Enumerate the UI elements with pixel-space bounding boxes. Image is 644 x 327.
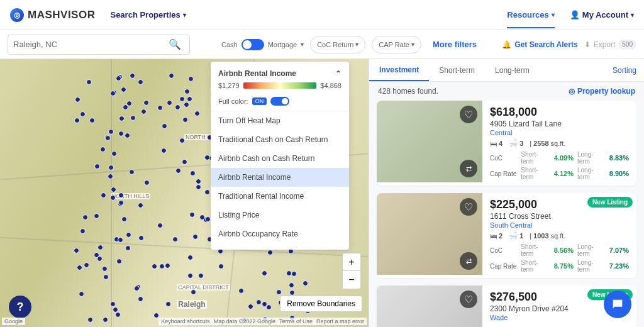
map-marker[interactable] [118, 192, 124, 198]
cap-rate-filter[interactable]: CAP Rate▾ [372, 36, 421, 53]
map-marker[interactable] [87, 317, 93, 323]
map-marker[interactable] [161, 148, 167, 153]
nav-resources[interactable]: Resources ▾ [507, 10, 554, 28]
map-marker[interactable] [82, 214, 88, 220]
map-marker[interactable] [94, 252, 99, 258]
map-marker[interactable] [184, 89, 190, 94]
map-marker[interactable] [113, 307, 118, 313]
map-marker[interactable] [79, 291, 84, 297]
map-marker[interactable] [100, 147, 106, 152]
terms-link[interactable]: Terms of Use [279, 318, 313, 324]
map-marker[interactable] [196, 184, 201, 190]
map-marker[interactable] [187, 273, 193, 279]
nav-my-account[interactable]: 👤 My Account ▾ [570, 10, 634, 19]
map-marker[interactable] [267, 250, 273, 255]
map-marker[interactable] [86, 79, 92, 85]
keyboard-shortcuts[interactable]: Keyboard shortcuts [161, 318, 210, 324]
map-marker[interactable] [152, 263, 157, 269]
get-search-alerts[interactable]: 🔔 Get Search Alerts [502, 40, 577, 49]
favorite-button[interactable]: ♡ [460, 198, 477, 216]
map-marker[interactable] [103, 274, 109, 280]
map-marker[interactable] [118, 200, 124, 206]
favorite-button[interactable]: ♡ [460, 106, 477, 123]
more-filters-link[interactable]: More filters [433, 40, 477, 49]
property-lookup-link[interactable]: ◎ Property lookup [569, 87, 635, 96]
map-marker[interactable] [196, 179, 201, 184]
map-marker[interactable] [105, 135, 111, 141]
map-marker[interactable] [218, 263, 224, 269]
compare-button[interactable]: ⇄ [460, 160, 477, 177]
map-marker[interactable] [138, 79, 143, 85]
sorting-link[interactable]: Sorting [605, 66, 644, 75]
chat-button[interactable] [604, 291, 631, 318]
map-marker[interactable] [121, 216, 127, 222]
property-neighborhood[interactable]: South Central [490, 221, 629, 229]
map-marker[interactable] [94, 213, 99, 219]
map-marker[interactable] [286, 270, 292, 276]
tab-short-term[interactable]: Short-term [429, 59, 485, 81]
map-marker[interactable] [126, 232, 131, 238]
nav-search-properties[interactable]: Search Properties ▾ [110, 10, 186, 19]
heatmap-option[interactable]: Turn Off Heat Map [211, 111, 349, 130]
chevron-up-icon[interactable]: ⌃ [335, 69, 341, 78]
map-marker[interactable] [126, 101, 132, 106]
brand-logo[interactable]: ◎ MASHVISOR [10, 8, 95, 22]
search-input[interactable] [13, 40, 165, 49]
map-marker[interactable] [189, 212, 195, 218]
map-marker[interactable] [110, 195, 116, 201]
map-marker[interactable] [159, 263, 165, 269]
map-marker[interactable] [80, 228, 86, 234]
map-marker[interactable] [198, 273, 204, 279]
map-marker[interactable] [179, 96, 185, 102]
map-marker[interactable] [111, 187, 116, 192]
tab-investment[interactable]: Investment [369, 59, 429, 81]
map-marker[interactable] [167, 100, 172, 106]
map-marker[interactable] [190, 170, 196, 176]
location-search[interactable]: 🔍 [8, 35, 190, 55]
map-marker[interactable] [129, 169, 135, 175]
map-marker[interactable] [141, 109, 147, 114]
toggle-switch[interactable] [242, 39, 264, 50]
report-error-link[interactable]: Report a map error [316, 318, 364, 324]
tab-long-term[interactable]: Long-term [485, 59, 540, 81]
heatmap-option[interactable]: Traditional Cash on Cash Return [211, 130, 349, 149]
property-card[interactable]: ♡ ⇄ New Listing $225,000 1611 Cross Stre… [377, 193, 636, 278]
coc-return-filter[interactable]: CoC Return▾ [310, 36, 365, 53]
map-marker[interactable] [172, 236, 178, 242]
map-marker[interactable] [194, 111, 200, 116]
map-marker[interactable] [74, 118, 80, 123]
heatmap-option[interactable]: Listing Price [211, 206, 349, 224]
zoom-in-button[interactable]: + [343, 253, 360, 271]
map-marker[interactable] [84, 262, 89, 268]
map-marker[interactable] [187, 255, 193, 260]
fullcolor-toggle[interactable] [270, 97, 289, 106]
map-marker[interactable] [130, 73, 135, 79]
map-marker[interactable] [101, 192, 106, 198]
map-marker[interactable] [74, 248, 79, 253]
map-marker[interactable] [238, 288, 244, 294]
map-marker[interactable] [108, 165, 114, 170]
map-marker[interactable] [184, 102, 189, 108]
heatmap-option[interactable]: Airbnb Rental Income [211, 168, 349, 187]
map-marker[interactable] [118, 131, 124, 136]
financing-toggle[interactable]: Cash Mortgage ▾ [221, 39, 304, 50]
map-marker[interactable] [125, 133, 130, 138]
map-marker[interactable] [115, 312, 121, 318]
map-marker[interactable] [138, 202, 143, 208]
map-pane[interactable]: NORTH RALEIGH NORTH HILLS CAPITAL DISTRI… [0, 59, 369, 327]
zoom-out-button[interactable]: − [343, 271, 360, 289]
map-marker[interactable] [157, 223, 163, 228]
map-marker[interactable] [276, 289, 282, 295]
property-card[interactable]: ♡ ⇄ $618,000 4905 Lizard Tail Lane Centr… [377, 101, 636, 186]
remove-boundaries-button[interactable]: Remove Boundaries [280, 296, 362, 312]
favorite-button[interactable]: ♡ [460, 291, 477, 308]
search-icon[interactable]: 🔍 [165, 35, 184, 54]
help-button[interactable]: ? [9, 296, 31, 318]
map-marker[interactable] [118, 237, 123, 243]
map-marker[interactable] [94, 164, 100, 169]
heatmap-option[interactable]: Traditional Rental Income [211, 187, 349, 206]
map-marker[interactable] [256, 299, 262, 305]
compare-button[interactable]: ⇄ [460, 252, 477, 270]
map-marker[interactable] [205, 216, 211, 222]
map-marker[interactable] [138, 296, 143, 302]
